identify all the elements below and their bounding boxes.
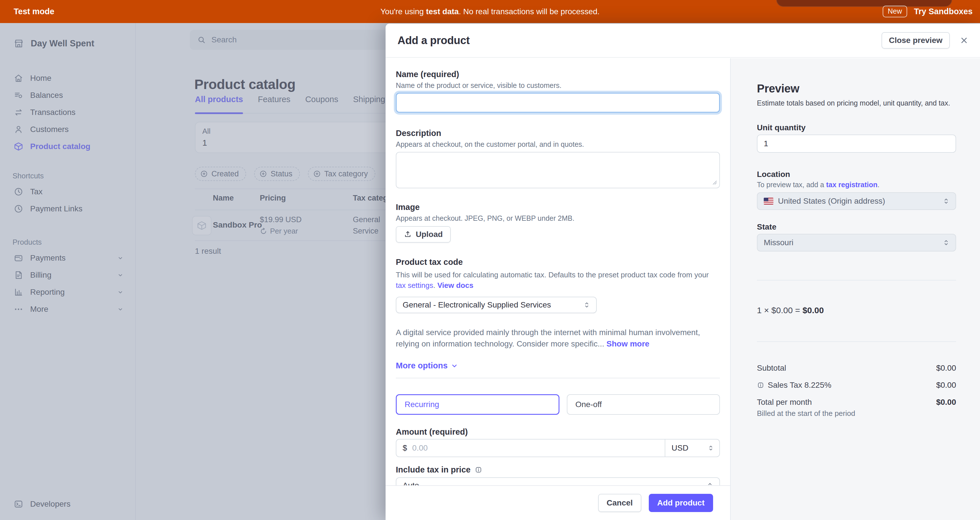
- preview-divider: [757, 341, 956, 342]
- preview-panel: Preview Estimate totals based on pricing…: [730, 58, 980, 520]
- total-row: Total per month $0.00: [757, 398, 956, 407]
- name-label: Name (required): [396, 70, 720, 79]
- preview-divider: [757, 280, 956, 280]
- sales-tax-row: Sales Tax 8.225% $0.00: [757, 381, 956, 390]
- country-select[interactable]: United States (Origin address): [757, 192, 956, 210]
- tax-settings-link[interactable]: tax settings: [396, 281, 433, 289]
- tax-code-help: This will be used for calculating automa…: [396, 270, 711, 291]
- image-label: Image: [396, 202, 720, 212]
- pricing-model-toggle: Recurring One-off: [396, 394, 720, 415]
- modal-footer: Cancel Add product: [385, 485, 730, 520]
- tax-code-description: A digital service provided mainly throug…: [396, 327, 700, 350]
- modal-header: Add a product Close preview: [385, 24, 980, 58]
- include-tax-row: Include tax in price: [396, 465, 720, 474]
- more-options-toggle[interactable]: More options: [396, 361, 458, 371]
- tax-code-label: Product tax code: [396, 258, 720, 267]
- product-form: Name (required) Name of the product or s…: [385, 58, 730, 520]
- state-select[interactable]: Missouri: [757, 234, 956, 251]
- add-product-modal: Add a product Close preview Name (requir…: [385, 24, 980, 520]
- view-docs-link[interactable]: View docs: [438, 281, 474, 289]
- description-textarea[interactable]: [396, 152, 720, 188]
- try-sandboxes-link[interactable]: Try Sandboxes: [914, 7, 973, 16]
- show-more-link[interactable]: Show more: [606, 339, 649, 348]
- amount-input-wrap: $: [396, 439, 665, 456]
- location-help: To preview tax, add a tax registration.: [757, 181, 956, 189]
- us-flag-icon: [764, 198, 773, 205]
- description-label: Description: [396, 129, 720, 138]
- currency-select[interactable]: USD: [665, 439, 719, 456]
- form-divider: [396, 378, 720, 378]
- test-mode-banner: Test mode You're using test data. No rea…: [0, 0, 980, 23]
- close-icon[interactable]: [959, 36, 969, 45]
- name-help: Name of the product or service, visible …: [396, 80, 720, 91]
- recurring-option[interactable]: Recurring: [396, 394, 560, 415]
- amount-label: Amount (required): [396, 427, 720, 437]
- preview-title: Preview: [757, 82, 956, 95]
- description-help: Appears at checkout, on the customer por…: [396, 139, 720, 149]
- include-tax-label: Include tax in price: [396, 465, 471, 474]
- image-help: Appears at checkout. JPEG, PNG, or WEBP …: [396, 213, 720, 223]
- tax-registration-link[interactable]: tax registration: [826, 181, 878, 189]
- state-label: State: [757, 223, 956, 232]
- new-badge: New: [883, 6, 907, 17]
- select-updown-icon: [942, 197, 950, 205]
- location-label: Location: [757, 170, 956, 179]
- amount-input[interactable]: [412, 443, 659, 453]
- modal-title: Add a product: [398, 34, 470, 47]
- amount-field-group: $ USD: [396, 439, 720, 457]
- billed-note: Billed at the start of the period: [757, 409, 956, 418]
- cancel-button[interactable]: Cancel: [598, 494, 641, 512]
- upload-icon: [404, 231, 412, 239]
- screen: Test mode You're using test data. No rea…: [0, 0, 980, 520]
- add-product-button[interactable]: Add product: [649, 494, 713, 512]
- tax-code-select[interactable]: General - Electronically Supplied Servic…: [396, 297, 597, 313]
- select-updown-icon: [583, 301, 590, 309]
- select-updown-icon: [942, 239, 950, 247]
- one-off-option[interactable]: One-off: [567, 394, 720, 415]
- upload-button[interactable]: Upload: [396, 226, 451, 243]
- close-preview-button[interactable]: Close preview: [881, 32, 950, 49]
- select-updown-icon: [707, 444, 714, 452]
- name-input[interactable]: [396, 93, 720, 113]
- resize-grip-icon[interactable]: [712, 180, 717, 186]
- calculation-line: 1 × $0.00 = $0.00: [757, 305, 956, 315]
- unit-quantity-label: Unit quantity: [757, 123, 956, 132]
- chevron-down-icon: [450, 362, 458, 370]
- currency-symbol: $: [402, 444, 407, 453]
- info-icon[interactable]: [475, 466, 482, 474]
- test-data-message: You're using test data. No real transact…: [0, 7, 980, 16]
- unit-quantity-input[interactable]: [757, 135, 956, 153]
- preview-subtitle: Estimate totals based on pricing model, …: [757, 99, 956, 107]
- info-icon[interactable]: [757, 382, 764, 389]
- subtotal-row: Subtotal $0.00: [757, 364, 956, 373]
